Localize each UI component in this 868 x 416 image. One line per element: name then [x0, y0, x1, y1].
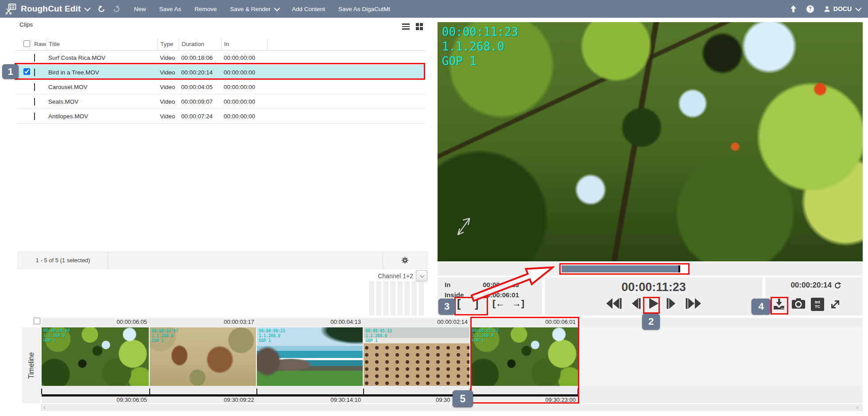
scrub-bar[interactable]	[559, 263, 690, 275]
thumb-burnin: 00:00:05:23 1.1.268.0 GOP 1	[365, 328, 392, 343]
timeline-select-checkbox[interactable]	[34, 318, 40, 324]
clip-end-timecode: 09:30:09:22	[150, 397, 254, 403]
audio-meter-bar	[376, 281, 381, 315]
clip-duration-label: 00:00:06:05	[42, 319, 147, 325]
row-checkbox[interactable]	[23, 68, 30, 75]
clip-end-timecode: 09:30:06:05	[42, 397, 147, 403]
annotation-badge-3: 3	[438, 299, 455, 315]
clip-title: Carousel.MOV	[46, 84, 158, 90]
save-and-render-button[interactable]: Save & Render	[230, 6, 279, 12]
timeline-clip-bird-in-a-tree[interactable]: 00:00:04:04 1.1.268.0 GOP 1	[42, 327, 150, 386]
in-value: 00:00:05:23	[472, 281, 519, 288]
remove-button[interactable]: Remove	[194, 6, 217, 12]
timeline-clip-antilopes[interactable]: 00:00:04:07 1.1.268.0 GOP 1	[150, 327, 257, 386]
timeline-scrollbar[interactable]: ‹ ›	[41, 404, 863, 411]
internal-timecode-button[interactable]: Int TC	[811, 298, 824, 311]
new-button[interactable]: New	[134, 6, 146, 12]
user-menu[interactable]: DOCU	[824, 5, 860, 12]
video-preview[interactable]: 00:00:11:23 1.1.268.0 GOP 1	[438, 22, 863, 261]
ruler-tick	[149, 389, 150, 394]
snapshot-button[interactable]	[791, 298, 806, 311]
clip-type: Video	[158, 69, 179, 76]
timeline-clip-bird-in-a-tree-selected[interactable]: 00:00:05:23 1.1.268.0 GOP 1	[470, 327, 578, 386]
clip-duration-label: 00:00:02:14	[364, 319, 468, 325]
previous-frame-button[interactable]	[629, 298, 641, 309]
column-extra	[267, 38, 425, 50]
timeline-clip-surf-costa-rica[interactable]: 00:00:00:21 1.1.268.0 GOP 1	[257, 327, 364, 386]
fullscreen-button[interactable]	[829, 299, 841, 312]
select-all-checkbox[interactable]	[23, 40, 30, 47]
help-icon[interactable]: ?	[806, 5, 814, 13]
clip-duration: 00:00:18:06	[179, 54, 221, 61]
save-and-render-chevron-icon	[274, 5, 280, 12]
clip-duration: 00:00:20:14	[179, 69, 221, 76]
upload-icon[interactable]	[790, 5, 797, 12]
burnin-version: 1.1.268.0	[442, 39, 518, 54]
table-row[interactable]: Seals.MOV Video 00:00:09:07 00:00:00:00	[16, 94, 425, 109]
clips-table: Raw Title Type Duration In Surf Costa Ri…	[16, 38, 425, 124]
burnin-gop: GOP 1	[442, 54, 518, 69]
column-in[interactable]: In	[221, 38, 267, 50]
audio-meter-bar	[397, 281, 403, 315]
in-label: In	[438, 281, 472, 288]
table-row[interactable]: Antilopes.MOV Video 00:00:07:24 00:00:00…	[16, 109, 425, 124]
list-view-icon[interactable]	[402, 23, 410, 30]
user-icon	[824, 6, 830, 12]
goto-out-button[interactable]: →]	[512, 297, 524, 310]
mark-out-button[interactable]: ]	[475, 297, 478, 310]
audio-meter-bar	[404, 281, 410, 315]
scroll-left-icon[interactable]: ‹	[43, 404, 45, 411]
user-label: DOCU	[833, 5, 852, 12]
column-type[interactable]: Type	[158, 38, 179, 50]
grid-view-icon[interactable]	[416, 23, 423, 30]
clip-duration-label: 00:00:03:17	[150, 319, 254, 325]
timeline-panel-label: Timeline	[22, 327, 41, 403]
loop-icon[interactable]	[834, 282, 841, 289]
app-menu-chevron-icon[interactable]	[84, 5, 90, 12]
table-row-selected[interactable]: Bird in a Tree.MOV Video 00:00:20:14 00:…	[16, 65, 425, 80]
app-logo-icon	[5, 3, 18, 15]
redo-button[interactable]	[112, 5, 120, 12]
pagination-status: 1 - 5 of 5 (1 selected)	[18, 252, 108, 268]
scroll-right-icon[interactable]: ›	[856, 404, 858, 411]
top-toolbar: RoughCut Edit New Save As Remove Save &	[0, 0, 868, 18]
clip-in: 00:00:00:00	[221, 69, 267, 76]
column-duration[interactable]: Duration	[179, 38, 221, 50]
clip-duration: 00:00:07:24	[179, 113, 221, 120]
clips-panel-title: Clips	[19, 21, 33, 28]
video-burnin-overlay: 00:00:11:23 1.1.268.0 GOP 1	[442, 25, 518, 69]
jump-forward-button[interactable]	[685, 298, 703, 309]
timeline-clip-seals[interactable]: 00:00:05:23 1.1.268.0 GOP 1	[364, 327, 470, 386]
clip-title: Antilopes.MOV	[46, 113, 158, 120]
export-download-button[interactable]	[772, 298, 786, 312]
ruler-tick	[41, 389, 42, 394]
add-content-button[interactable]: Add Content	[292, 6, 325, 12]
clip-title: Seals.MOV	[46, 98, 158, 105]
next-frame-button[interactable]	[666, 298, 678, 309]
annotation-badge-2: 2	[642, 314, 660, 330]
goto-in-button[interactable]: [←	[492, 297, 505, 310]
mark-in-button[interactable]: [	[457, 297, 461, 310]
table-row[interactable]: Surf Costa Rica.MOV Video 00:00:18:06 00…	[16, 51, 425, 65]
clip-in: 00:00:00:00	[221, 54, 267, 61]
column-title[interactable]: Title	[46, 38, 158, 50]
clip-end-timecode: 09:30:23:00	[470, 397, 576, 403]
gear-icon	[401, 257, 409, 264]
jump-backward-button[interactable]	[604, 298, 622, 309]
raw-clip-icon	[34, 113, 35, 120]
save-as-button[interactable]: Save As	[159, 6, 182, 12]
audio-meters	[369, 281, 424, 315]
column-raw[interactable]: Raw	[32, 41, 46, 47]
raw-clip-icon	[34, 83, 35, 91]
channel-select[interactable]	[416, 270, 427, 281]
save-as-digacutmt-button[interactable]: Save As DigaCutMt	[338, 6, 390, 12]
audio-meter-bar	[383, 281, 388, 315]
clip-type: Video	[158, 98, 179, 105]
play-button[interactable]	[648, 298, 659, 309]
undo-button[interactable]	[98, 5, 105, 12]
scrub-bar-playhead[interactable]	[678, 265, 680, 272]
table-row[interactable]: Carousel.MOV Video 00:00:04:05 00:00:00:…	[16, 80, 425, 94]
table-settings-button[interactable]	[383, 252, 427, 268]
cursor-arrow-icon	[454, 212, 476, 238]
clip-in: 00:00:00:00	[221, 84, 267, 90]
